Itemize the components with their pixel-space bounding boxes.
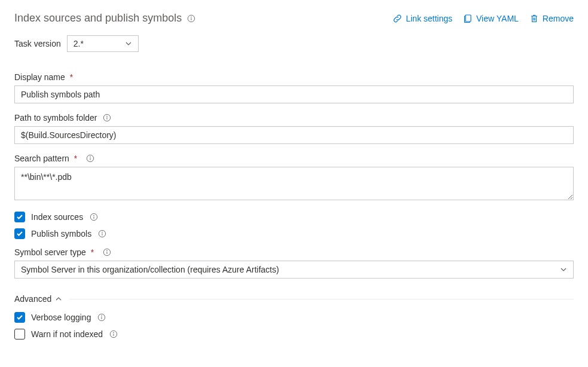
search-pattern-input[interactable] bbox=[14, 167, 574, 200]
server-type-label: Symbol server type bbox=[14, 247, 86, 257]
index-sources-checkbox[interactable] bbox=[14, 212, 25, 222]
chevron-down-icon bbox=[125, 40, 132, 47]
publish-symbols-row: Publish symbols bbox=[14, 228, 574, 239]
remove-button[interactable]: Remove bbox=[529, 14, 574, 23]
required-marker: * bbox=[70, 72, 73, 82]
symbols-folder-input[interactable] bbox=[14, 126, 574, 144]
required-marker: * bbox=[91, 247, 94, 257]
info-icon[interactable] bbox=[102, 247, 112, 257]
advanced-title: Advanced bbox=[14, 294, 51, 304]
link-settings-button[interactable]: Link settings bbox=[393, 14, 452, 23]
header-actions: Link settings View YAML Remove bbox=[393, 14, 574, 23]
svg-point-14 bbox=[102, 232, 103, 233]
warn-not-indexed-label: Warn if not indexed bbox=[31, 329, 103, 339]
symbols-folder-label-row: Path to symbols folder bbox=[14, 113, 574, 123]
publish-symbols-label: Publish symbols bbox=[31, 229, 91, 238]
link-settings-label: Link settings bbox=[406, 14, 452, 23]
svg-rect-3 bbox=[466, 15, 471, 22]
search-pattern-field: Search pattern * bbox=[14, 154, 574, 202]
info-icon[interactable] bbox=[85, 154, 95, 163]
verbose-logging-row: Verbose logging bbox=[14, 312, 574, 323]
required-marker: * bbox=[74, 154, 77, 163]
task-version-value: 2.* bbox=[74, 39, 84, 48]
verbose-logging-label: Verbose logging bbox=[31, 313, 91, 322]
server-type-select[interactable]: Symbol Server in this organization/colle… bbox=[14, 261, 574, 279]
svg-point-1 bbox=[191, 16, 192, 17]
svg-point-5 bbox=[106, 116, 107, 117]
info-icon[interactable] bbox=[97, 313, 106, 322]
task-version-select[interactable]: 2.* bbox=[67, 35, 139, 52]
verbose-logging-checkbox[interactable] bbox=[14, 312, 25, 323]
search-pattern-label: Search pattern bbox=[14, 154, 69, 163]
chevron-down-icon bbox=[560, 266, 567, 273]
search-pattern-label-row: Search pattern * bbox=[14, 154, 574, 163]
title-group: Index sources and publish symbols bbox=[14, 12, 196, 25]
svg-point-23 bbox=[114, 332, 114, 333]
info-icon[interactable] bbox=[89, 212, 99, 222]
symbols-folder-field: Path to symbols folder bbox=[14, 113, 574, 144]
info-icon[interactable] bbox=[109, 329, 118, 339]
symbols-folder-label: Path to symbols folder bbox=[14, 113, 97, 123]
display-name-field: Display name * bbox=[14, 72, 574, 103]
display-name-input[interactable] bbox=[14, 85, 574, 103]
task-version-row: Task version 2.* bbox=[14, 35, 574, 52]
index-sources-label: Index sources bbox=[31, 212, 83, 222]
view-yaml-button[interactable]: View YAML bbox=[463, 14, 519, 23]
warn-not-indexed-row: Warn if not indexed bbox=[14, 329, 574, 340]
header: Index sources and publish symbols Link s… bbox=[14, 12, 574, 25]
svg-point-20 bbox=[102, 316, 102, 316]
index-sources-row: Index sources bbox=[14, 212, 574, 222]
info-icon[interactable] bbox=[186, 14, 196, 23]
info-icon[interactable] bbox=[102, 113, 112, 123]
server-type-label-row: Symbol server type * bbox=[14, 247, 574, 257]
section-divider bbox=[69, 299, 574, 299]
advanced-section-toggle[interactable]: Advanced bbox=[14, 294, 574, 304]
remove-label: Remove bbox=[543, 14, 574, 23]
task-version-label: Task version bbox=[14, 39, 61, 48]
page-title: Index sources and publish symbols bbox=[14, 12, 182, 25]
svg-point-11 bbox=[94, 215, 94, 216]
warn-not-indexed-checkbox[interactable] bbox=[14, 329, 25, 340]
view-yaml-label: View YAML bbox=[476, 14, 519, 23]
publish-symbols-checkbox[interactable] bbox=[14, 228, 25, 239]
display-name-label: Display name bbox=[14, 72, 65, 82]
server-type-field: Symbol server type * Symbol Server in th… bbox=[14, 247, 574, 279]
display-name-label-row: Display name * bbox=[14, 72, 574, 82]
server-type-value: Symbol Server in this organization/colle… bbox=[21, 265, 279, 274]
svg-point-17 bbox=[107, 250, 108, 251]
svg-point-8 bbox=[90, 157, 91, 157]
info-icon[interactable] bbox=[97, 229, 107, 238]
chevron-up-icon bbox=[55, 295, 62, 302]
